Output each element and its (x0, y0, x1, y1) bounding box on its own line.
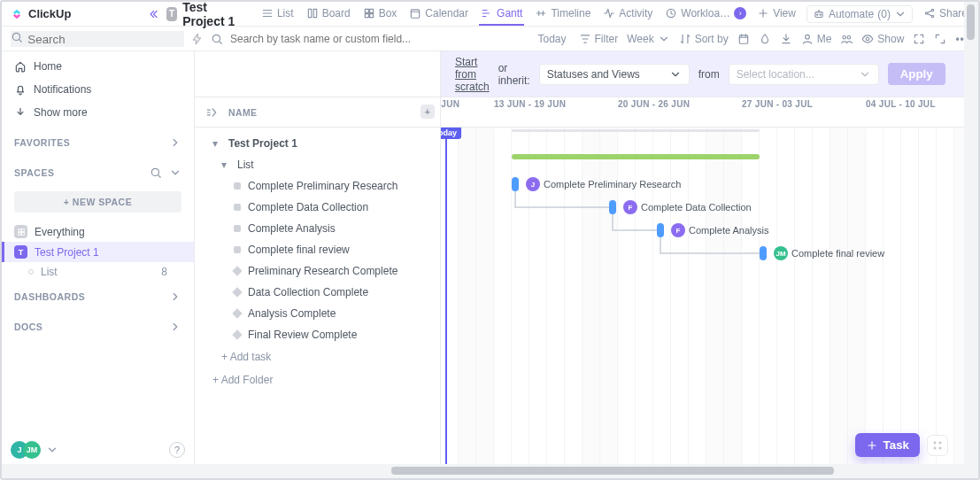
tab-timeline[interactable]: Timeline (533, 3, 592, 26)
user-avatars[interactable]: J JM (11, 441, 41, 459)
share-icon (923, 7, 936, 19)
task-label: Complete Analysis (248, 222, 336, 235)
task-row[interactable]: Final Review Complete (195, 324, 440, 345)
add-view-label: View (773, 7, 796, 19)
gantt-task-label: Complete Preliminary Research (544, 179, 681, 190)
assignee-avatar[interactable]: JM (774, 246, 788, 260)
milestone-icon (232, 308, 242, 318)
favorites-header[interactable]: FAVORITES (2, 128, 194, 158)
space-test[interactable]: TTest Project 1 (2, 242, 194, 262)
filter-button[interactable]: Filter (579, 33, 619, 45)
plus-icon (757, 7, 769, 19)
horizontal-scrollbar[interactable] (2, 464, 964, 478)
automate-label: Automate (829, 8, 874, 20)
sort-icon (679, 33, 691, 45)
project-breadcrumb[interactable]: T Test Project 1 (166, 0, 243, 28)
me-toggle[interactable]: Me (801, 33, 832, 45)
task-row[interactable]: Data Collection Complete (195, 282, 440, 303)
gantt-task-bar[interactable] (512, 177, 519, 191)
add-folder-button[interactable]: + Add Folder (195, 368, 440, 391)
chevron-down-icon[interactable] (169, 166, 181, 179)
outdent-icon[interactable] (205, 106, 218, 119)
sort-button[interactable]: Sort by (679, 33, 729, 45)
search-icon[interactable] (150, 166, 162, 179)
apply-button[interactable]: Apply (888, 63, 945, 85)
apps-button[interactable] (927, 435, 948, 456)
tab-activity[interactable]: Activity (601, 3, 654, 26)
tab-box[interactable]: Box (361, 3, 399, 26)
fullscreen-icon[interactable] (934, 33, 946, 45)
tab-gantt[interactable]: Gantt (479, 3, 524, 26)
add-view-button[interactable]: View (755, 3, 798, 26)
bolt-icon[interactable] (191, 33, 204, 45)
location-placeholder: Select location... (737, 68, 814, 81)
new-space-button[interactable]: + NEW SPACE (14, 191, 181, 213)
task-row[interactable]: Preliminary Research Complete (195, 260, 440, 282)
task-row[interactable]: Complete Data Collection (195, 197, 440, 218)
task-row[interactable]: Complete Analysis (195, 218, 440, 239)
add-column-button[interactable]: + (421, 105, 435, 119)
tab-calendar[interactable]: Calendar (407, 3, 470, 26)
range-button[interactable]: Week (627, 33, 669, 45)
space-everything[interactable]: Everything (2, 221, 194, 242)
drop-icon[interactable] (759, 33, 771, 45)
brand-logo[interactable]: ClickUp (11, 7, 71, 20)
tab-workload[interactable]: Workloa…› (663, 3, 748, 26)
show-button[interactable]: Show (861, 33, 904, 45)
sidebar-search-input[interactable] (26, 32, 132, 47)
milestone-icon (232, 329, 242, 339)
task-row[interactable]: Complete Preliminary Research (195, 175, 440, 197)
new-task-fab[interactable]: Task (855, 433, 920, 457)
collapse-sidebar-icon[interactable] (147, 8, 159, 20)
gantt-task-bar[interactable] (609, 200, 616, 214)
global-search[interactable] (211, 32, 526, 46)
me-label: Me (817, 33, 832, 45)
team-icon[interactable] (840, 33, 853, 45)
assignee-avatar[interactable]: F (623, 200, 637, 214)
status-icon (234, 225, 241, 232)
location-select[interactable]: Select location... (729, 64, 879, 85)
tab-list[interactable]: List (259, 3, 296, 26)
gantt-task-bar[interactable] (657, 223, 664, 237)
add-task-button[interactable]: + Add task (195, 345, 440, 368)
start-scratch-link[interactable]: Start from scratch (455, 56, 490, 93)
assignee-avatar[interactable]: F (671, 223, 685, 237)
automate-count: (0) (877, 8, 891, 20)
sort-label: Sort by (695, 33, 729, 45)
svg-rect-22 (18, 228, 20, 231)
favorites-label: FAVORITES (14, 137, 70, 148)
today-button[interactable]: Today (533, 31, 572, 47)
filter-icon (579, 33, 591, 45)
sidebar-search[interactable] (11, 31, 184, 47)
tab-label: Calendar (425, 7, 468, 19)
gantt-task-label: Complete final review (791, 248, 884, 259)
download-icon[interactable] (780, 33, 792, 45)
inherit-select[interactable]: Statuses and Views (539, 64, 690, 85)
dashboards-header[interactable]: DASHBOARDS (2, 282, 194, 312)
help-button[interactable]: ? (169, 442, 185, 458)
calendar-icon[interactable] (737, 33, 750, 45)
assignee-avatar[interactable]: J (526, 177, 540, 191)
nav-notifications[interactable]: Notifications (2, 78, 194, 101)
svg-point-26 (934, 442, 936, 444)
docs-header[interactable]: DOCS (2, 312, 194, 342)
expand-icon[interactable] (913, 33, 925, 45)
plus-icon (866, 439, 878, 452)
gantt-task-bar[interactable] (760, 246, 767, 260)
gantt-icon (481, 7, 493, 19)
tasklist-root[interactable]: ▾ Test Project 1 (195, 133, 440, 154)
sidebar-list[interactable]: List 8 (2, 262, 194, 282)
automate-button[interactable]: Automate (0) (806, 5, 913, 23)
status-icon (234, 182, 241, 190)
vertical-scrollbar[interactable] (964, 2, 978, 478)
nav-home[interactable]: Home (2, 55, 194, 78)
task-label: Data Collection Complete (248, 286, 368, 298)
task-search-input[interactable] (228, 32, 459, 46)
nav-more[interactable]: Show more (2, 101, 194, 124)
share-button[interactable]: Share (922, 3, 969, 26)
task-row[interactable]: Complete final review (195, 239, 440, 260)
tab-board[interactable]: Board (305, 3, 352, 26)
tasklist-list[interactable]: ▾ List (195, 154, 440, 175)
chevron-down-icon[interactable] (46, 444, 58, 456)
task-row[interactable]: Analysis Complete (195, 303, 440, 324)
